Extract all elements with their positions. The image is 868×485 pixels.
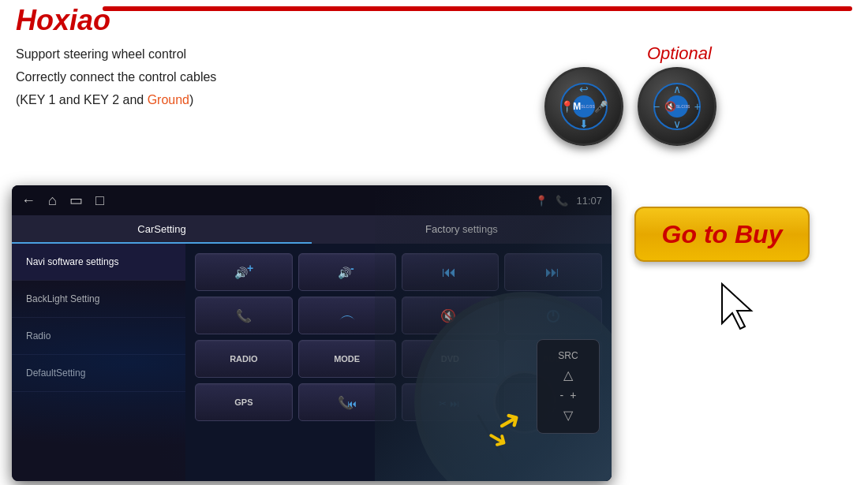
btn-call-accept[interactable]: 📞	[195, 297, 293, 334]
desc-line-1: Support steering wheel control	[16, 43, 216, 66]
btn-call-end[interactable]	[298, 297, 396, 334]
steering-ctrl-left[interactable]: ↩ 📍 M SLC/3S 🎤 ⬇	[544, 67, 623, 146]
optional-controls: ↩ 📍 M SLC/3S 🎤 ⬇ ∧ − 🔇 SLC/3S + ∨	[544, 67, 716, 146]
tab-carsetting[interactable]: CarSetting	[12, 215, 312, 244]
wheel-btn-up[interactable]: △	[563, 367, 573, 382]
btn-prev[interactable]: ⏮	[402, 253, 499, 291]
screen-tabs: CarSetting Factory settings	[12, 215, 612, 244]
btn-left-left: 📍	[560, 100, 574, 113]
wheel-btn-plus[interactable]: +	[570, 389, 576, 401]
ctrl-inner-left: ↩ 📍 M SLC/3S 🎤 ⬇	[560, 83, 608, 130]
screen-topbar: ← ⌂ ▭ □ 📍 📞 11:07	[12, 185, 612, 215]
wheel-btn-down[interactable]: ▽	[563, 408, 573, 423]
svg-text:-: -	[350, 264, 354, 274]
wheel-control-buttons: SRC △ - + ▽	[537, 339, 600, 434]
window-icon[interactable]: ▭	[69, 192, 83, 209]
menu-item-navi[interactable]: Navi software settings	[12, 244, 185, 281]
btn-right-left: 🎤	[594, 100, 608, 113]
btn-radio[interactable]: RADIO	[195, 340, 293, 378]
screen-status: 📍 📞 11:07	[535, 195, 602, 207]
phone-icon: 📞	[556, 195, 568, 207]
brand-logo: Hoxiao	[16, 4, 110, 37]
optional-label: Optional	[647, 43, 712, 64]
svg-marker-0	[722, 284, 751, 329]
svg-text:+: +	[247, 264, 253, 274]
center-btn-right[interactable]: 🔇 SLC/3S	[666, 95, 688, 118]
btn-vol-up[interactable]: 🔊+	[195, 253, 293, 291]
svg-text:⏮: ⏮	[442, 264, 456, 280]
svg-text:⏭: ⏭	[545, 264, 559, 280]
center-btn-left[interactable]: M SLC/3S	[573, 95, 595, 118]
back-icon[interactable]: ←	[21, 192, 36, 209]
car-screen: ← ⌂ ▭ □ 📍 📞 11:07 CarSetting Factory set…	[12, 185, 612, 481]
btn-left-right: −	[653, 100, 660, 113]
btn-bottom-right: ∨	[673, 118, 681, 130]
top-bar	[103, 6, 852, 11]
desc-line-2: Correctly connect the control cables	[16, 66, 216, 89]
btn-right-right: +	[694, 100, 701, 113]
desc-line3-highlight: Ground	[148, 93, 189, 106]
resize-icon[interactable]: □	[95, 192, 104, 209]
btn-mode[interactable]: MODE	[298, 340, 396, 378]
btn-top-left: ↩	[579, 83, 589, 95]
description-block: Support steering wheel control Correctly…	[16, 43, 216, 111]
btn-next[interactable]: ⏭	[504, 253, 602, 291]
btn-bottom-left: ⬇	[579, 118, 589, 130]
tab-factory-settings[interactable]: Factory settings	[312, 215, 612, 244]
btn-prev-track[interactable]: 📞 ⏮	[298, 383, 396, 421]
home-icon[interactable]: ⌂	[48, 192, 57, 209]
btn-vol-down[interactable]: 🔊-	[298, 253, 396, 291]
screen-menu: Navi software settings BackLight Setting…	[12, 244, 185, 481]
desc-line-3: (KEY 1 and KEY 2 and Ground)	[16, 89, 216, 112]
menu-item-radio[interactable]: Radio	[12, 318, 185, 355]
svg-text:📞: 📞	[236, 308, 252, 323]
svg-text:⏮: ⏮	[347, 398, 357, 409]
ctrl-inner-right: ∧ − 🔇 SLC/3S + ∨	[653, 83, 701, 130]
wheel-btn-row: - +	[560, 389, 577, 401]
desc-line3-prefix: (KEY 1 and KEY 2 and	[16, 93, 148, 106]
menu-item-default[interactable]: DefaultSetting	[12, 355, 185, 392]
btn-top-right: ∧	[673, 83, 681, 95]
gps-icon: 📍	[535, 195, 548, 207]
btn-gps[interactable]: GPS	[195, 383, 293, 421]
clock: 11:07	[576, 195, 602, 207]
desc-line3-suffix: )	[189, 93, 193, 106]
go-to-buy-label: Go to Buy	[662, 220, 783, 249]
go-to-buy-button[interactable]: Go to Buy	[634, 207, 810, 262]
wheel-btn-src[interactable]: SRC	[558, 350, 578, 361]
wheel-btn-minus[interactable]: -	[560, 389, 564, 401]
menu-item-backlight[interactable]: BackLight Setting	[12, 281, 185, 318]
steering-ctrl-right[interactable]: ∧ − 🔇 SLC/3S + ∨	[638, 67, 716, 146]
